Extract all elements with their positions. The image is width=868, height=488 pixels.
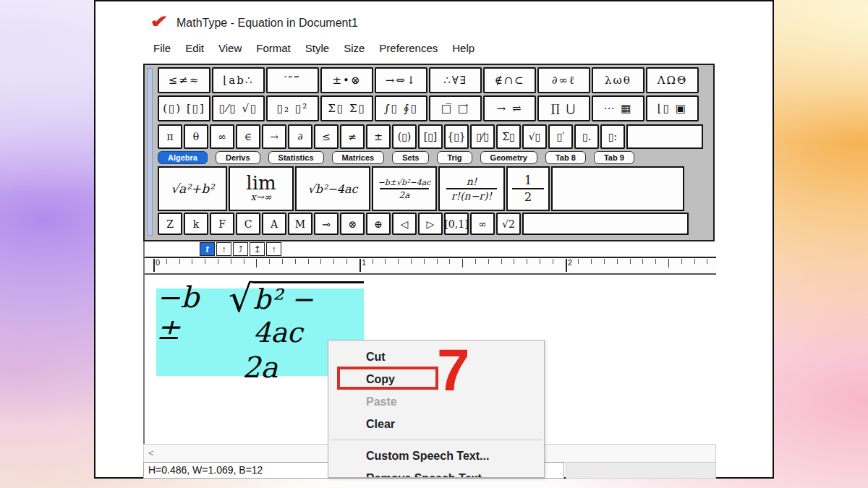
symbol-palette-button[interactable]: ∉∩⊂ bbox=[483, 67, 536, 93]
menu-style[interactable]: Style bbox=[305, 42, 329, 54]
template-palette-button[interactable]: Σ▯ Σ▯ bbox=[320, 95, 373, 121]
template-row-1: (▯) [▯]▯⁄▯ √▯▯₂ ▯²Σ▯ Σ▯∫▯ ∮▯□̅ □⃗→ ⇌∏ ⋃⋯… bbox=[158, 95, 699, 121]
template-palette-button[interactable]: (▯) [▯] bbox=[158, 95, 210, 121]
symbol-palette-button[interactable]: ∴∀∃ bbox=[429, 67, 482, 93]
small-symbol-button[interactable]: θ bbox=[184, 124, 208, 149]
symbol-palette-button[interactable]: ΛΩΘ bbox=[646, 67, 699, 93]
insert-up-dot-arrow-button[interactable]: ↑ bbox=[266, 242, 281, 256]
symbol-palette-button[interactable]: ∂∞ℓ bbox=[537, 67, 590, 93]
template-palette-button[interactable]: ⋯ ▦ bbox=[592, 95, 644, 121]
scroll-left-icon[interactable]: < bbox=[148, 448, 154, 458]
insert-up-arrow-button[interactable]: ↑ bbox=[216, 242, 231, 256]
toolbar-drag-handle[interactable] bbox=[147, 68, 153, 236]
tab-statistics[interactable]: Statistics bbox=[268, 151, 324, 164]
tab-matrices[interactable]: Matrices bbox=[332, 151, 385, 164]
template-palette-button[interactable]: ▯₂ ▯² bbox=[266, 95, 319, 121]
template-palette-button[interactable]: ∏ ⋃ bbox=[537, 95, 590, 121]
menu-edit[interactable]: Edit bbox=[185, 42, 204, 54]
small-symbol-button[interactable]: ▯′ bbox=[548, 124, 573, 149]
template-combination[interactable]: n!r!(n−r)! bbox=[438, 166, 505, 211]
tab-9[interactable]: Tab 9 bbox=[594, 151, 634, 164]
context-menu-copy[interactable]: Copy bbox=[328, 368, 544, 390]
user-symbol-button[interactable]: ∞ bbox=[470, 213, 495, 235]
user-symbol-button[interactable]: ▷ bbox=[418, 213, 443, 235]
template-sqrt-a2-b2[interactable]: √a²+b² bbox=[158, 166, 227, 211]
tab-algebra[interactable]: Algebra bbox=[158, 151, 208, 164]
user-symbol-button[interactable]: [0,1] bbox=[444, 213, 469, 235]
user-symbol-button[interactable]: F bbox=[210, 213, 234, 235]
tab-derivs[interactable]: Derivs bbox=[216, 151, 260, 164]
user-symbol-button[interactable]: √2 bbox=[496, 213, 521, 235]
template-palette-button[interactable]: ∫▯ ∮▯ bbox=[375, 95, 427, 121]
ruler-label-2: 2 bbox=[568, 258, 572, 267]
menu-size[interactable]: Size bbox=[344, 42, 365, 54]
window-title: MathType - Equation in Document1 bbox=[176, 17, 358, 30]
symbol-palette-button[interactable]: ′″‴ bbox=[266, 67, 319, 93]
user-symbol-button[interactable]: ◁ bbox=[392, 213, 417, 235]
symbol-palette-button[interactable]: ≤≠≈ bbox=[158, 67, 210, 93]
symbol-toolbar: ≤≠≈⌊ab∴′″‴±•⊗→⇔↓∴∀∃∉∩⊂∂∞ℓλωθΛΩΘ (▯) [▯]▯… bbox=[143, 64, 715, 241]
menu-help[interactable]: Help bbox=[452, 42, 475, 54]
context-menu-remove-speech-text[interactable]: Remove Speech Text bbox=[328, 467, 544, 478]
tab-sets[interactable]: Sets bbox=[392, 151, 429, 164]
small-symbol-button[interactable]: ≤ bbox=[314, 124, 339, 149]
template-palette-button[interactable]: → ⇌ bbox=[483, 95, 536, 121]
insert-style-button-active[interactable]: t bbox=[200, 242, 215, 256]
user-symbol-button[interactable]: ⊕ bbox=[366, 213, 391, 235]
insert-curved-arrow-button[interactable]: ⤴ bbox=[233, 242, 248, 256]
tab-geometry[interactable]: Geometry bbox=[480, 151, 537, 164]
user-symbol-button[interactable]: k bbox=[184, 213, 208, 235]
small-symbol-button[interactable]: ∈ bbox=[236, 124, 260, 149]
status-bar-right-panel bbox=[566, 462, 716, 479]
user-symbol-button[interactable]: C bbox=[236, 213, 260, 235]
user-symbol-button[interactable]: ⊸ bbox=[314, 213, 339, 235]
insert-up-bar-arrow-button[interactable]: ↥ bbox=[250, 242, 265, 256]
template-quadratic-formula[interactable]: −b±√b²−4ac2a bbox=[372, 166, 437, 211]
menu-preferences[interactable]: Preferences bbox=[379, 42, 438, 54]
menu-format[interactable]: Format bbox=[256, 42, 291, 54]
symbol-palette-button[interactable]: ⌊ab∴ bbox=[212, 67, 265, 93]
menu-file[interactable]: File bbox=[153, 42, 171, 54]
insertion-mini-toolbar: t ↑ ⤴ ↥ ↑ bbox=[200, 242, 281, 256]
context-menu: Cut Copy Paste Clear Custom Speech Text.… bbox=[328, 340, 545, 478]
small-symbol-button[interactable]: ▯. bbox=[574, 124, 599, 149]
ruler[interactable]: 0 1 2 bbox=[143, 257, 716, 275]
context-menu-clear[interactable]: Clear bbox=[328, 413, 544, 435]
small-symbol-button[interactable]: ≠ bbox=[340, 124, 365, 149]
small-symbol-button[interactable]: [▯] bbox=[418, 124, 443, 149]
user-symbol-button[interactable]: Z bbox=[158, 213, 182, 235]
context-menu-custom-speech-text[interactable]: Custom Speech Text... bbox=[328, 445, 544, 467]
template-discriminant[interactable]: √b²−4ac bbox=[295, 166, 370, 211]
symbol-palette-button[interactable]: λωθ bbox=[592, 67, 644, 93]
small-symbol-button[interactable]: ∞ bbox=[210, 124, 234, 149]
small-symbol-button[interactable]: {▯} bbox=[444, 124, 469, 149]
template-limit[interactable]: limx→∞ bbox=[229, 166, 294, 211]
small-symbol-button[interactable]: (▯) bbox=[392, 124, 417, 149]
small-symbol-button[interactable]: ▯⁄▯ bbox=[470, 124, 495, 149]
mathtype-window: ✔ MathType - Equation in Document1 File … bbox=[94, 0, 774, 479]
user-symbol-button[interactable]: A bbox=[262, 213, 286, 235]
expression-template-row: √a²+b² limx→∞ √b²−4ac −b±√b²−4ac2a n!r!(… bbox=[158, 166, 684, 211]
tab-8[interactable]: Tab 8 bbox=[545, 151, 586, 164]
small-symbol-button[interactable]: √▯ bbox=[522, 124, 547, 149]
small-symbol-button[interactable]: π bbox=[158, 124, 182, 149]
symbol-palette-button[interactable]: ±•⊗ bbox=[320, 67, 373, 93]
template-palette-button[interactable]: ▯⁄▯ √▯ bbox=[212, 95, 265, 121]
symbol-palette-button[interactable]: →⇔↓ bbox=[375, 67, 427, 93]
small-symbol-button[interactable]: → bbox=[262, 124, 286, 149]
context-menu-cut[interactable]: Cut bbox=[328, 346, 544, 368]
small-symbol-button[interactable]: ▯: bbox=[600, 124, 625, 149]
tab-trig[interactable]: Trig bbox=[437, 151, 472, 164]
small-symbol-button[interactable]: ∂ bbox=[288, 124, 312, 149]
mathtype-logo-icon: ✔ bbox=[150, 12, 168, 32]
user-symbol-button[interactable]: ⊗ bbox=[340, 213, 365, 235]
user-symbol-button[interactable]: M bbox=[288, 213, 312, 235]
equation-denominator: 2a bbox=[242, 351, 278, 383]
small-symbol-button[interactable]: ± bbox=[366, 124, 391, 149]
radical-sign: √ bbox=[229, 281, 252, 317]
template-palette-button[interactable]: ⌊▯ ▣ bbox=[646, 95, 699, 121]
template-palette-button[interactable]: □̅ □⃗ bbox=[429, 95, 482, 121]
template-one-half[interactable]: 12 bbox=[506, 166, 550, 211]
menu-view[interactable]: View bbox=[218, 42, 242, 54]
small-symbol-button[interactable]: Σ▯ bbox=[496, 124, 521, 149]
